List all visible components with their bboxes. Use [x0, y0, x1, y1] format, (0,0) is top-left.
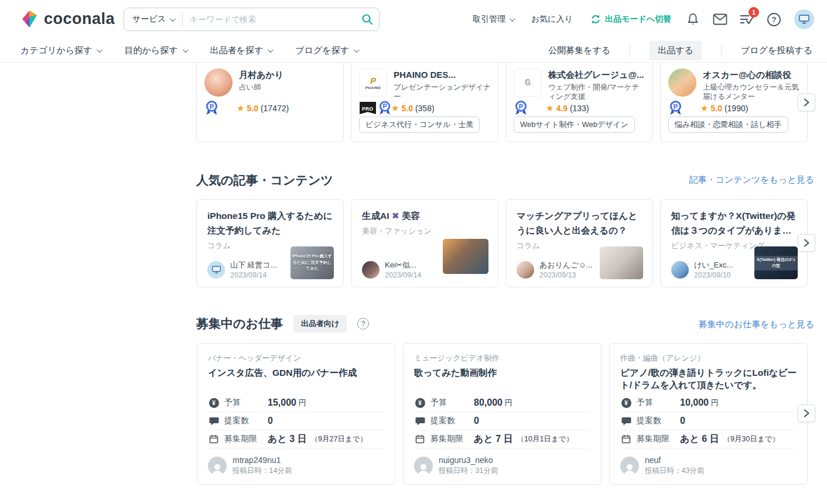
- nav-search-blogs[interactable]: ブログを探す: [295, 45, 358, 56]
- jobs-section-title: 募集中のお仕事: [196, 316, 283, 332]
- notification-badge: 1: [749, 7, 759, 18]
- notifications-button[interactable]: [685, 12, 700, 27]
- svg-text:P: P: [674, 103, 678, 110]
- job-deadline-row: 募集期限 あと 3 日 （9月27日まで）: [208, 430, 384, 448]
- nav-public-recruit[interactable]: 公開募集をする: [548, 45, 610, 56]
- search-button[interactable]: [356, 8, 379, 30]
- articles-more-link[interactable]: 記事・コンテンツをもっと見る: [689, 174, 814, 186]
- author-avatar: [517, 261, 534, 279]
- poster-name[interactable]: mtrap249nu1: [233, 455, 292, 465]
- messages-button[interactable]: [712, 12, 727, 27]
- coconala-logo[interactable]: coconala: [20, 9, 115, 29]
- article-card[interactable]: 知ってますか？X(Twitter)の発信は３つのタイプがありま… ビジネス・マー…: [660, 199, 808, 287]
- seller-name[interactable]: 株式会社グレージュ@...: [548, 70, 647, 81]
- seller-category-tag[interactable]: ビジネス代行・コンサル・士業: [359, 116, 480, 133]
- seller-card[interactable]: オスカー@心の相談役 上級心理カウンセラー＆元気届けるメンター P ★ 5.0 …: [660, 63, 808, 142]
- calendar-icon: [415, 434, 425, 444]
- job-title[interactable]: 歌ってみた動画制作: [414, 367, 590, 379]
- nav-search-sellers[interactable]: 出品者を探す: [210, 45, 272, 56]
- seller-rating-row: PRO P ★ 5.0 (358): [360, 100, 435, 116]
- platinum-medal-icon: P: [378, 100, 391, 116]
- poster-avatar: [208, 457, 227, 475]
- divider: [630, 43, 630, 57]
- deadline-label: 募集期限: [430, 434, 474, 444]
- avatar-logo-mark: P: [370, 76, 376, 85]
- job-card[interactable]: 作曲・編曲（アレンジ） ピアノ/歌の弾き語りトラックにLofiなビート/ドラムを…: [609, 343, 808, 485]
- article-card[interactable]: iPhone15 Pro 購入するために注文予約してみた コラム 山下 経営コ.…: [196, 199, 344, 287]
- article-title[interactable]: iPhone15 Pro 購入するために注文予約してみた: [207, 209, 333, 238]
- jobs-row: バナー・ヘッダーデザイン インスタ広告、GDN用のバナー作成 ¥ 予算 15,0…: [197, 343, 808, 485]
- articles-carousel-next-button[interactable]: [798, 234, 815, 252]
- article-card[interactable]: 生成AI ✖ 美容 美容・ファッション Kei✂似... 2023/09/14: [351, 199, 498, 287]
- nav-post-blog[interactable]: ブログを投稿する: [741, 45, 812, 56]
- switch-seller-mode-button[interactable]: 出品モードへ切替: [590, 14, 671, 25]
- author-name: けい_Exc...: [694, 260, 733, 270]
- proposals-value: 0: [268, 416, 273, 426]
- article-title[interactable]: 生成AI ✖ 美容: [362, 209, 487, 224]
- budget-label: 予算: [430, 397, 474, 408]
- poster-name[interactable]: nuiguru3_neko: [439, 455, 498, 465]
- favorites-link[interactable]: お気に入り: [531, 14, 573, 25]
- jobs-help-icon[interactable]: ?: [357, 318, 369, 330]
- chevron-down-icon: [510, 16, 515, 22]
- seller-avatar: [204, 68, 233, 97]
- nav-label: 目的から探す: [124, 45, 177, 56]
- coconala-logo-icon: [20, 9, 39, 29]
- seller-card[interactable]: P PHAINO PHAINO DES... プレゼンテーションデザイナー PR…: [351, 63, 498, 142]
- star-icon: ★: [700, 103, 708, 114]
- sellers-carousel-next-button[interactable]: [798, 94, 815, 111]
- user-avatar[interactable]: [794, 9, 814, 29]
- job-card[interactable]: バナー・ヘッダーデザイン インスタ広告、GDN用のバナー作成 ¥ 予算 15,0…: [197, 343, 395, 485]
- poster-avatar: [414, 457, 433, 475]
- poster-name[interactable]: neuf: [645, 455, 704, 465]
- transactions-label: 取引管理: [473, 14, 505, 25]
- article-card[interactable]: マッチングアプリってほんとうに良い人と出会えるの？ コラム あおりんご☺... …: [505, 199, 653, 287]
- seller-category-tag[interactable]: Webサイト制作・Webデザイン: [514, 116, 635, 133]
- budget-value: 10,000: [680, 397, 709, 408]
- jobs-more-link[interactable]: 募集中のお仕事をもっと見る: [699, 319, 814, 330]
- search-category-dropdown[interactable]: サービス: [124, 14, 182, 25]
- svg-text:P: P: [382, 102, 387, 109]
- help-button[interactable]: ?: [766, 12, 781, 27]
- calendar-icon: [209, 434, 218, 444]
- article-date: 2023/09/13: [539, 271, 593, 279]
- jobs-carousel-next-button[interactable]: [798, 404, 815, 422]
- seller-name[interactable]: PHAINO DES...: [394, 70, 492, 80]
- for-sellers-badge: 出品者向け: [293, 315, 347, 332]
- job-card[interactable]: ミュージックビデオ制作 歌ってみた動画制作 ¥ 予算 80,000 円 提案数 …: [403, 343, 602, 485]
- chevron-down-icon: [268, 47, 274, 53]
- budget-value: 15,000: [268, 397, 296, 408]
- seller-name[interactable]: オスカー@心の相談役: [703, 70, 801, 81]
- seller-card[interactable]: G 株式会社グレージュ@... ウェブ制作・開発/マーケティング支援 P ★ 4…: [505, 63, 653, 142]
- calendar-icon: [621, 434, 631, 444]
- deadline-note: （9月30日まで）: [723, 434, 780, 444]
- nav-search-by-category[interactable]: カテゴリから探す: [20, 45, 101, 56]
- poster-meta: nuiguru3_neko 投稿日時：31分前: [439, 455, 498, 476]
- seller-card[interactable]: 月村あかり 占い師 P ★ 5.0 (17472): [196, 63, 344, 142]
- article-title[interactable]: 知ってますか？X(Twitter)の発信は３つのタイプがありま…: [671, 209, 797, 238]
- author-name: 山下 経営コ...: [230, 260, 277, 270]
- article-thumbnail: iPhone15 Pro 購入するために 注文予約してみた: [291, 246, 334, 279]
- todo-list-button[interactable]: 1: [739, 12, 754, 27]
- chevron-down-icon: [97, 47, 102, 53]
- poster-meta: neuf 投稿日時：43分前: [645, 455, 704, 476]
- speech-bubble-icon: [415, 417, 425, 426]
- nav-search-by-purpose[interactable]: 目的から探す: [124, 45, 186, 56]
- job-proposals-row: 提案数 0: [620, 412, 797, 430]
- article-thumbnail: [600, 246, 643, 279]
- search-input[interactable]: [183, 15, 356, 24]
- author-name: あおりんご☺...: [539, 260, 593, 270]
- transactions-menu[interactable]: 取引管理: [473, 14, 514, 25]
- seller-rating: 4.9: [556, 104, 567, 113]
- platinum-medal-icon: P: [669, 100, 682, 116]
- nav-sell[interactable]: 出品する: [650, 41, 702, 60]
- seller-category-tag[interactable]: 悩み相談・恋愛相談・話し相手: [668, 116, 788, 133]
- job-title[interactable]: ピアノ/歌の弾き語りトラックにLofiなビート/ドラムを入れて頂きたいです。: [620, 367, 797, 392]
- job-budget-row: ¥ 予算 15,000 円: [208, 394, 384, 412]
- job-category: バナー・ヘッダーデザイン: [208, 353, 384, 364]
- article-title[interactable]: マッチングアプリってほんとうに良い人と出会えるの？: [517, 209, 642, 238]
- author-name: Kei✂似...: [385, 260, 422, 270]
- seller-name[interactable]: 月村あかり: [239, 70, 337, 81]
- cross-mark-emoji: ✖: [392, 211, 399, 221]
- job-title[interactable]: インスタ広告、GDN用のバナー作成: [208, 367, 384, 379]
